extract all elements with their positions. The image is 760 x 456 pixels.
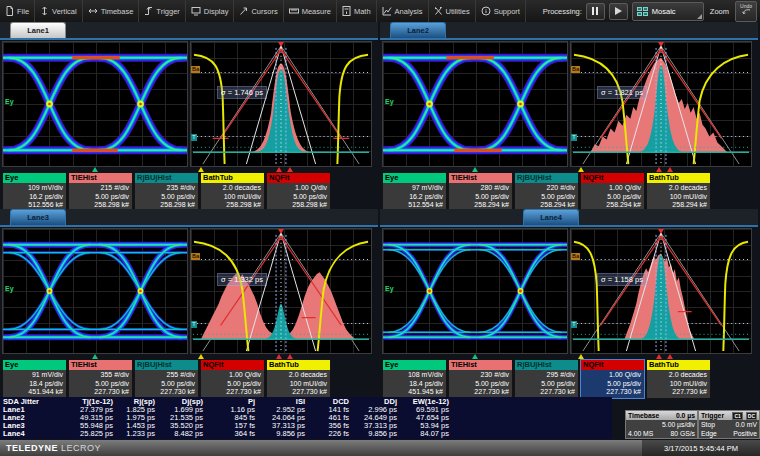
descriptor-tiehist[interactable]: TIEHist 280 #/div5.00 ps/div258.294 k# (448, 172, 513, 212)
display-monitor-icon (191, 6, 201, 16)
horizontal-arrows-icon (88, 6, 98, 16)
play-icon (615, 7, 622, 15)
descriptor-rjbujhist[interactable]: RjBUjHist 220 #/div5.00 ps/div258.294 k# (514, 172, 579, 212)
processing-label: Processing: (543, 7, 582, 16)
descriptor-tiehist[interactable]: TIEHist 355 #/div5.00 ps/div227.730 k# (68, 359, 133, 399)
mosaic-dropdown[interactable]: Mosaic (632, 2, 704, 21)
descriptor-bathtub[interactable]: BathTub 2.0 decades100 mUI/div258.294 k# (646, 172, 711, 212)
menu-math[interactable]: Math (337, 0, 377, 22)
mosaic-grid-icon (637, 7, 648, 16)
descriptor-eye[interactable]: Eye 108 mV/div18.4 ps/div451.945 k# (382, 359, 447, 399)
descriptor-title: Eye (383, 360, 446, 370)
undo-arrow-icon (742, 9, 751, 15)
menu-vertical[interactable]: Vertical (35, 0, 83, 22)
lane1-descriptors: Eye 109 mV/div16.2 ps/div512.556 k# TIEH… (0, 172, 378, 212)
menu-measure[interactable]: Measure (284, 0, 337, 22)
timebase-title: Timebase (628, 411, 659, 420)
chart-line-icon (382, 6, 392, 16)
descriptor-rjbujhist[interactable]: RjBUjHist 255 #/div5.00 ps/div227.730 k# (134, 359, 199, 399)
trigger-descriptor[interactable]: Trigger C1 DC Stop 0.0 mV Edge Positive (698, 410, 760, 439)
descriptor-title: RjBUjHist (515, 360, 578, 370)
descriptor-nqfit[interactable]: NQFit 1.00 Q/div5.00 ps/div258.298 k# (266, 172, 331, 212)
bathtub-marker-icon (198, 167, 204, 172)
tab-lane4[interactable]: Lane4 (523, 209, 579, 225)
jitter-cell: 25.825 ps (67, 430, 115, 438)
lane4-quadrant: Lane4 Ey (380, 209, 758, 396)
descriptor-tiehist[interactable]: TIEHist 215 #/div5.00 ps/div258.298 k# (68, 172, 133, 212)
descriptor-title: TIEHist (449, 173, 512, 183)
trigger-level: 0.0 mV (735, 420, 757, 429)
tie-trace-label: T (571, 321, 577, 328)
lane2-eye-diagram[interactable]: Ey (382, 41, 568, 167)
lane1-eye-diagram[interactable]: Ey (2, 41, 188, 167)
descriptor-bathtub[interactable]: BathTub 2.0 decades100 mUI/div258.298 k# (200, 172, 265, 212)
descriptor-nqfit[interactable]: NQFit 1.00 Q/div5.00 ps/div258.294 k# (580, 172, 645, 212)
tab-lane3[interactable]: Lane3 (10, 209, 66, 225)
menu-analysis[interactable]: Analysis (377, 0, 429, 22)
descriptor-nqfit-selected[interactable]: NQFit 1.00 Q/div5.00 ps/div227.730 k# (580, 359, 645, 399)
descriptor-title: NQFit (201, 360, 264, 370)
nqfit-marker-icon (656, 167, 662, 172)
lane3-eye-diagram[interactable]: Ey (2, 228, 188, 354)
tools-icon (434, 6, 443, 16)
jitter-cell: 84.07 ps (399, 430, 451, 438)
timebase-descriptor[interactable]: Timebase 0.0 µs 5.00 µs/div 4.00 MS 80 G… (625, 410, 698, 439)
descriptor-rjbujhist[interactable]: RjBUjHist 235 #/div5.00 ps/div258.298 k# (134, 172, 199, 212)
menu-support[interactable]: Support (476, 0, 526, 22)
trigger-type: Edge (701, 429, 717, 438)
descriptor-eye[interactable]: Eye 109 mV/div16.2 ps/div512.556 k# (2, 172, 67, 212)
bathtub-trace-label: Ba (191, 253, 200, 260)
display-grid: Lane1 Ey (0, 22, 760, 397)
descriptor-title: BathTub (647, 360, 710, 370)
datetime-display: 3/17/2015 5:45:44 PM (642, 440, 760, 456)
descriptor-nqfit[interactable]: NQFit 1.00 Q/div5.00 ps/div227.730 k# (200, 359, 265, 399)
lane2-trace-markers (380, 166, 758, 172)
trigger-edge-icon (144, 6, 153, 16)
sigma-annotation: σ = 1.158 ps (597, 273, 647, 286)
descriptor-bathtub[interactable]: BathTub 2.0 decades100 mUI/div227.730 k# (266, 359, 331, 399)
descriptor-eye[interactable]: Eye 97 mV/div16.2 ps/div512.554 k# (382, 172, 447, 212)
menu-vertical-label: Vertical (52, 7, 77, 16)
timebase-rate: 80 GS/s (670, 429, 695, 438)
play-button[interactable] (609, 3, 628, 20)
lane3-histogram-panel[interactable]: Ba T (190, 228, 372, 354)
lane4-histogram-panel[interactable]: Ba T (570, 228, 752, 354)
calculator-icon (342, 6, 351, 16)
menu-timebase[interactable]: Timebase (83, 0, 140, 22)
descriptor-bathtub[interactable]: BathTub 2.0 decades100 mUI/div227.730 k# (646, 359, 711, 399)
trigger-mode: Stop (701, 420, 715, 429)
bathtub-trace-label: Ba (571, 253, 580, 260)
lane4-trace-markers (380, 353, 758, 359)
tab-lane1[interactable]: Lane1 (10, 22, 66, 38)
brand-primary: TELEDYNE (6, 443, 58, 453)
menu-file[interactable]: File (0, 0, 35, 22)
descriptor-rjbujhist[interactable]: RjBUjHist 295 #/div5.00 ps/div227.730 k# (514, 359, 579, 399)
sigma-annotation: σ = 1.332 ps (217, 273, 267, 286)
eye-trace-label: Ey (384, 98, 395, 105)
zoom-label: Zoom (708, 7, 731, 16)
menu-trigger[interactable]: Trigger (139, 0, 185, 22)
nqfit-marker-icon (276, 354, 282, 359)
descriptor-title: RjBUjHist (135, 360, 198, 370)
apex-marker-icon (658, 229, 664, 234)
lane4-eye-diagram[interactable]: Ey (382, 228, 568, 354)
menu-cursors-label: Cursors (251, 7, 277, 16)
trigger-coupling-badge: DC (746, 412, 757, 420)
descriptor-tiehist[interactable]: TIEHist 230 #/div5.00 ps/div227.730 k# (448, 359, 513, 399)
lane4-descriptors: Eye 108 mV/div18.4 ps/div451.945 k# TIEH… (380, 359, 758, 399)
menu-cursors[interactable]: Cursors (234, 0, 283, 22)
lane1-histogram-panel[interactable]: Ba T (190, 41, 372, 167)
descriptor-eye[interactable]: Eye 91 mV/div18.4 ps/div451.944 k# (2, 359, 67, 399)
menu-utilities[interactable]: Utilities (429, 0, 476, 22)
menu-display[interactable]: Display (186, 0, 235, 22)
undo-button[interactable]: Undo (735, 1, 757, 22)
jitter-cell: 9.856 ps (351, 430, 399, 438)
pause-button[interactable] (586, 3, 605, 20)
menu-utilities-label: Utilities (446, 7, 470, 16)
apex-marker-icon (278, 42, 284, 47)
oscilloscope-screen: File Vertical Timebase Trigger Display C… (0, 0, 760, 456)
tab-lane2[interactable]: Lane2 (390, 22, 446, 38)
nqfit-marker-icon (667, 167, 673, 172)
menu-timebase-label: Timebase (101, 7, 134, 16)
lane2-histogram-panel[interactable]: Ba T (570, 41, 752, 167)
